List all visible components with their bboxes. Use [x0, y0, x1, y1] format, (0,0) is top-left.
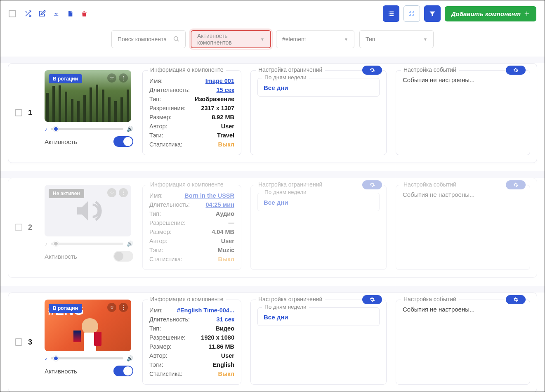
limits-panel: Настройка ограниченийПо дням неделиВсе д… [250, 70, 387, 155]
days-value: Все дни [264, 314, 373, 321]
panel-title: Информация о компоненте [148, 181, 226, 188]
select-all-checkbox[interactable] [9, 10, 16, 17]
days-label: По дням недели [262, 189, 309, 195]
star-icon[interactable]: ☆ [107, 188, 116, 197]
edit-icon[interactable] [38, 10, 46, 17]
volume-slider[interactable]: ♪🔊 [45, 241, 133, 247]
more-icon[interactable]: ⋮ [119, 188, 128, 197]
events-panel: Настройка событийСобытия не настроены... [396, 185, 530, 270]
activity-label: Активность [45, 368, 77, 375]
activity-toggle[interactable] [113, 366, 133, 376]
days-value: Все дни [264, 199, 373, 206]
component-card: 3#ENGВ ротации☆⋮♪🔊АктивностьИнформация о… [8, 293, 537, 392]
events-settings-button[interactable] [506, 180, 526, 189]
panel-title: Настройка событий [401, 66, 459, 73]
chevron-down-icon: ▼ [344, 37, 348, 42]
volume-slider[interactable]: ♪🔊 [45, 355, 133, 361]
limits-panel: Настройка ограниченийПо дням неделиВсе д… [250, 300, 387, 385]
more-icon[interactable]: ⋮ [119, 303, 128, 312]
chevron-down-icon: ▼ [260, 37, 264, 42]
info-panel: Информация о компонентеИмя:#English Time… [142, 300, 241, 385]
preview-thumbnail[interactable]: Не активен☆⋮ [45, 185, 131, 236]
activity-label: Активность [45, 138, 77, 145]
limits-settings-button[interactable] [362, 295, 382, 304]
duration-link[interactable]: 04:25 мин [205, 201, 234, 208]
info-panel: Информация о компонентеИмя:Image 001Длит… [142, 70, 241, 155]
svg-rect-1 [390, 12, 394, 12]
days-label: По дням недели [262, 304, 309, 310]
status-badge: Не активен [49, 189, 84, 198]
download-icon[interactable] [52, 10, 60, 17]
days-label: По дням недели [262, 74, 309, 80]
events-empty-text: События не настроены... [403, 76, 523, 83]
toolbar: Добавить компонент [0, 0, 545, 27]
events-empty-text: События не настроены... [403, 306, 523, 313]
row-checkbox[interactable] [15, 338, 22, 346]
panel-title: Информация о компоненте [148, 66, 226, 73]
file-icon[interactable] [66, 10, 74, 17]
component-name-link[interactable]: Image 001 [205, 78, 234, 84]
type-dropdown[interactable]: Тип ▼ [359, 30, 434, 48]
volume-high-icon: 🔊 [127, 126, 133, 132]
more-icon[interactable]: ⋮ [119, 73, 128, 83]
star-icon[interactable]: ☆ [107, 303, 116, 312]
svg-rect-0 [389, 12, 389, 12]
activity-label: Активность [45, 253, 77, 260]
svg-rect-5 [390, 15, 394, 16]
duration-link[interactable]: 15 сек [216, 87, 234, 93]
events-panel: Настройка событийСобытия не настроены... [396, 300, 530, 385]
filter-button[interactable] [424, 5, 441, 22]
chevron-down-icon: ▼ [423, 37, 427, 42]
row-index: 2 [28, 223, 32, 232]
activity-toggle[interactable] [113, 136, 133, 147]
row-checkbox[interactable] [15, 224, 22, 231]
component-card: 2Не активен☆⋮♪🔊АктивностьИнформация о ко… [8, 178, 537, 278]
component-card: 1В ротации☆⋮♪🔊АктивностьИнформация о ком… [8, 63, 537, 163]
search-input[interactable]: Поиск компонента [111, 30, 186, 48]
events-empty-text: События не настроены... [403, 191, 523, 198]
panel-title: Настройка событий [401, 296, 459, 302]
preview-thumbnail[interactable]: #ENGВ ротации☆⋮ [45, 300, 131, 351]
volume-slider[interactable]: ♪🔊 [45, 126, 133, 132]
volume-high-icon: 🔊 [127, 355, 133, 361]
svg-point-8 [410, 14, 411, 16]
limits-settings-button[interactable] [362, 66, 382, 75]
panel-title: Информация о компоненте [148, 296, 226, 302]
duration-link[interactable]: 31 сек [216, 316, 234, 323]
add-button-label: Добавить компонент [451, 10, 521, 17]
component-name-link[interactable]: #English Time-004... [177, 307, 234, 314]
volume-high-icon: 🔊 [127, 241, 133, 247]
limits-settings-button[interactable] [362, 180, 382, 189]
row-index: 3 [28, 338, 32, 347]
svg-point-6 [410, 12, 411, 13]
status-badge: В ротации [49, 304, 82, 313]
activity-dropdown[interactable]: Активность комопнентов ▼ [191, 30, 271, 48]
grid-view-button[interactable] [403, 5, 420, 22]
panel-title: Настройка ограничений [256, 296, 325, 302]
panel-title: Настройка ограничений [256, 66, 325, 73]
events-settings-button[interactable] [506, 295, 526, 304]
panel-title: Настройка ограничений [256, 181, 325, 188]
row-checkbox[interactable] [15, 109, 22, 116]
row-index: 1 [28, 109, 32, 117]
element-dropdown[interactable]: #element ▼ [276, 30, 354, 48]
svg-rect-2 [389, 13, 389, 14]
shuffle-icon[interactable] [24, 10, 32, 17]
svg-point-10 [174, 36, 178, 40]
activity-toggle[interactable] [113, 251, 133, 262]
filter-bar: Поиск компонента Активность комопнентов … [0, 27, 545, 57]
list-view-button[interactable] [383, 5, 399, 22]
svg-point-7 [413, 12, 414, 13]
preview-thumbnail[interactable]: В ротации☆⋮ [45, 70, 131, 122]
events-panel: Настройка событийСобытия не настроены... [396, 70, 530, 155]
svg-rect-3 [390, 13, 394, 14]
star-icon[interactable]: ☆ [107, 73, 116, 83]
component-name-link[interactable]: Born in the USSR [184, 192, 234, 199]
events-settings-button[interactable] [506, 66, 526, 75]
panel-title: Настройка событий [401, 181, 459, 188]
status-badge: В ротации [49, 74, 82, 83]
trash-icon[interactable] [80, 10, 88, 17]
add-component-button[interactable]: Добавить компонент [445, 6, 536, 21]
volume-low-icon: ♪ [45, 355, 47, 361]
volume-low-icon: ♪ [45, 126, 47, 132]
